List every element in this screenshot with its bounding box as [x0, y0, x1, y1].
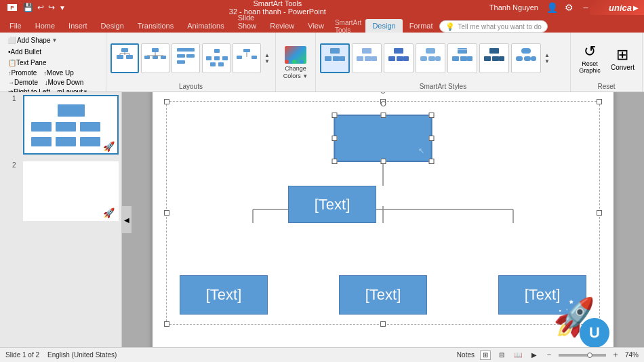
handle-b[interactable]: [380, 321, 386, 327]
layout-org-chart[interactable]: [110, 43, 139, 73]
tab-animations[interactable]: Animations: [180, 19, 230, 33]
statusbar: Slide 1 of 2 English (United States) Not…: [0, 347, 644, 362]
smartart-style-3[interactable]: [384, 43, 414, 73]
handle-bl[interactable]: [164, 321, 169, 327]
promote-button[interactable]: ↑ Promote: [5, 68, 39, 77]
box-handle-ml[interactable]: [332, 136, 338, 141]
main-area: 1 🚀 2 🚀 ◀: [0, 92, 644, 347]
smartart-style-7[interactable]: [511, 43, 541, 73]
org-box-top[interactable]: ↖: [334, 115, 432, 162]
svg-rect-20: [222, 56, 228, 60]
tab-insert[interactable]: Insert: [62, 19, 94, 33]
box-handle-tl[interactable]: [332, 113, 338, 118]
svg-rect-23: [243, 49, 250, 52]
slide-thumb-2[interactable]: 🚀: [23, 161, 119, 221]
add-shape-button[interactable]: ⬜ Add Shape ▼: [5, 35, 59, 45]
zoom-slider[interactable]: [559, 354, 606, 357]
tab-transitions[interactable]: Transitions: [131, 19, 180, 33]
handle-tr[interactable]: [597, 99, 602, 104]
org-box-mid[interactable]: [Text]: [288, 186, 376, 223]
zoom-out-button[interactable]: －: [545, 349, 553, 361]
reset-icon: ↺: [584, 43, 596, 60]
scroll-left-handle[interactable]: ◀: [122, 206, 132, 233]
slide-panel: 1 🚀 2 🚀: [0, 92, 122, 347]
handle-ml[interactable]: [164, 210, 169, 216]
handle-mr[interactable]: [597, 210, 602, 216]
svg-rect-50: [492, 56, 499, 61]
tab-file[interactable]: File: [3, 19, 28, 33]
reading-view-button[interactable]: 📖: [512, 350, 523, 360]
svg-rect-46: [467, 56, 472, 61]
titlebar-center: SmartArt Tools 32 - hoan thanh - PowerPo…: [66, 0, 489, 16]
titlebar-left: P 💾 ↩ ↪ ▼: [5, 2, 66, 13]
tell-me-input[interactable]: 💡 Tell me what you want to do: [439, 20, 548, 33]
svg-rect-34: [371, 56, 377, 61]
svg-rect-0: [121, 48, 128, 52]
notes-button[interactable]: Notes: [457, 351, 475, 359]
add-bullet-button[interactable]: • Add Bullet: [5, 47, 44, 56]
zoom-in-button[interactable]: ＋: [611, 349, 620, 361]
change-colors-button[interactable]: Change Colors ▼: [279, 43, 313, 82]
layouts-dropdown[interactable]: ▲ ▼: [263, 51, 271, 66]
tab-smartart-format[interactable]: Format: [403, 19, 440, 33]
reset-group: ↺ Reset Graphic ⊞ Convert Reset: [571, 33, 643, 92]
layout-3[interactable]: [172, 43, 200, 73]
svg-rect-51: [499, 56, 504, 61]
org-chart: ↖ [Text] [Text] [Text] [Text]: [180, 111, 586, 315]
quick-redo[interactable]: ↪: [48, 3, 55, 12]
box-handle-bl[interactable]: [332, 159, 338, 164]
move-up-button[interactable]: ↑ Move Up: [41, 68, 77, 77]
smartart-style-4[interactable]: [416, 43, 445, 73]
quick-customize[interactable]: ▼: [59, 4, 66, 12]
layout-5[interactable]: [233, 43, 261, 73]
options-icon[interactable]: ⚙: [565, 2, 573, 13]
tab-smartart-design[interactable]: Design: [365, 19, 402, 33]
normal-view-button[interactable]: ⊞: [480, 350, 491, 360]
slide-sorter-button[interactable]: ⊟: [496, 350, 507, 360]
box-handle-t[interactable]: [380, 113, 386, 118]
quick-undo[interactable]: ↩: [37, 3, 44, 12]
svg-rect-15: [177, 60, 185, 64]
slide-thumb-1[interactable]: 🚀: [23, 95, 119, 155]
slideshow-button[interactable]: ▶: [529, 350, 540, 360]
tab-design[interactable]: Design: [94, 19, 131, 33]
smartart-style-2[interactable]: [352, 43, 382, 73]
tab-view[interactable]: View: [301, 19, 331, 33]
org-box-bottom-left[interactable]: [Text]: [180, 275, 268, 315]
handle-tl[interactable]: [164, 99, 169, 104]
box-handle-tr[interactable]: [429, 113, 435, 118]
change-colors-label: [279, 89, 313, 90]
move-down-button[interactable]: ↓ Move Down: [42, 78, 86, 87]
box-handle-br[interactable]: [429, 159, 435, 164]
demote-button[interactable]: → Demote: [5, 78, 41, 87]
box-handle-b[interactable]: [380, 159, 386, 164]
smartart-styles-dropdown[interactable]: ▲ ▼: [543, 51, 551, 66]
svg-rect-55: [531, 56, 536, 61]
convert-button[interactable]: ⊞ Convert: [607, 44, 638, 73]
svg-rect-21: [210, 62, 216, 66]
reset-label: Reset: [575, 81, 638, 90]
language-indicator: English (United States): [47, 351, 117, 359]
smartart-style-6[interactable]: [479, 43, 509, 73]
box-rotate-handle[interactable]: [380, 101, 386, 106]
quick-save[interactable]: 💾: [23, 3, 33, 12]
box-handle-mr[interactable]: [429, 136, 435, 141]
layout-4[interactable]: [202, 43, 230, 73]
org-box-bottom-mid[interactable]: [Text]: [339, 275, 427, 315]
slide-number-2: 2: [12, 161, 20, 169]
smartart-style-1[interactable]: [320, 43, 350, 73]
tab-home[interactable]: Home: [28, 19, 62, 33]
zoom-level[interactable]: 74%: [625, 351, 639, 359]
svg-rect-24: [237, 56, 242, 59]
tab-slideshow[interactable]: Slide Show: [231, 11, 264, 33]
svg-rect-7: [152, 48, 159, 52]
layout-2[interactable]: [141, 43, 169, 73]
svg-rect-22: [218, 62, 224, 66]
tab-review[interactable]: Review: [263, 19, 301, 33]
svg-rect-53: [516, 56, 523, 61]
rotate-handle[interactable]: [380, 92, 386, 94]
reset-graphic-button[interactable]: ↺ Reset Graphic: [575, 41, 605, 76]
text-pane-button[interactable]: 📋 Text Pane: [5, 58, 49, 67]
smartart-style-5[interactable]: [447, 43, 477, 73]
svg-rect-1: [117, 55, 123, 59]
